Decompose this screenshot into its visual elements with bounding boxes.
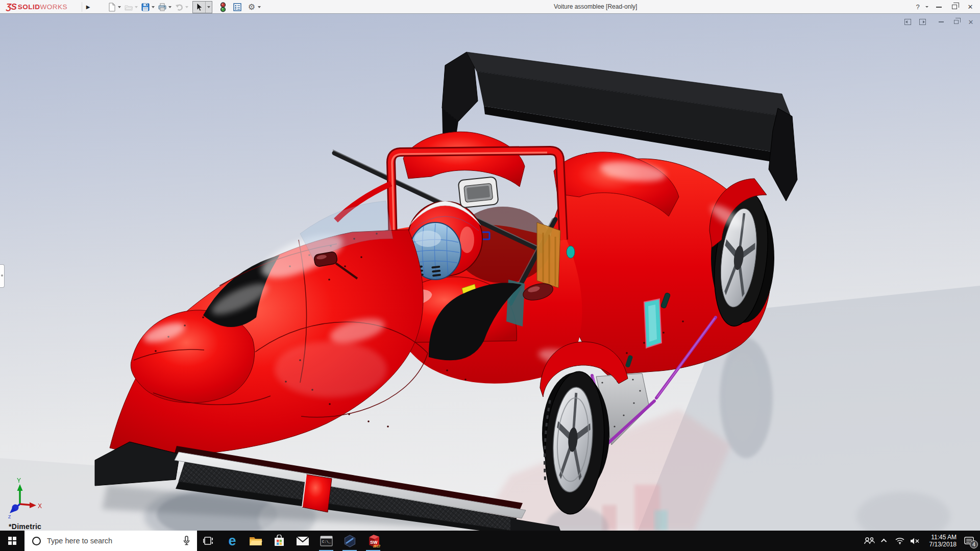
new-document-icon: [107, 3, 116, 12]
triad-z-label: Z: [8, 514, 11, 519]
show-hidden-icons-button[interactable]: [877, 531, 892, 551]
volume-muted-icon: [910, 537, 920, 545]
dassault-logo-mark: ƷS: [6, 2, 16, 12]
triad-y-label: Y: [17, 477, 21, 484]
gear-icon: ⚙: [248, 3, 255, 11]
doc-restore-button[interactable]: [952, 18, 960, 26]
volume-button[interactable]: [908, 531, 923, 551]
pane-right-icon: [919, 19, 926, 25]
doc-close-button[interactable]: ✕: [967, 18, 975, 26]
system-tray: 11:45 AM 7/13/2018 4: [862, 531, 980, 551]
restore-button[interactable]: [949, 2, 960, 13]
close-button[interactable]: ✕: [965, 2, 976, 13]
close-icon: ✕: [968, 3, 973, 11]
taskbar-clock[interactable]: 11:45 AM 7/13/2018: [923, 534, 958, 548]
select-tool-button[interactable]: [193, 2, 205, 13]
graphics-viewport[interactable]: Y X Z ✕ *Dimetric: [0, 14, 980, 531]
menu-expand-arrow[interactable]: ▶: [82, 2, 90, 12]
help-button[interactable]: ?: [912, 2, 923, 13]
start-button[interactable]: [0, 531, 24, 551]
store-icon: [273, 535, 285, 547]
save-dropdown-caret[interactable]: [152, 6, 155, 8]
windows-logo-icon: [8, 537, 17, 545]
people-icon: [864, 537, 875, 545]
minimize-icon: [936, 7, 942, 8]
save-icon: [141, 3, 150, 12]
select-dropdown[interactable]: [205, 2, 212, 13]
teal-detail: [567, 246, 575, 258]
options-dropdown-caret[interactable]: [258, 6, 261, 8]
hexagon-app-icon: [344, 535, 356, 547]
taskbar-app-command-prompt[interactable]: C:\_: [314, 531, 338, 551]
solidworks-logo: ƷS SOLID WORKS: [6, 0, 67, 14]
save-button[interactable]: [140, 1, 151, 13]
task-view-icon: [203, 536, 214, 545]
print-dropdown-caret[interactable]: [168, 6, 172, 8]
doc-restore-icon: [954, 20, 959, 24]
taskbar-app-hexagon[interactable]: [338, 531, 361, 551]
cortana-icon: [32, 537, 41, 545]
window-title: Voiture assomblee [Read-only]: [554, 0, 637, 14]
taskbar-app-file-explorer[interactable]: [244, 531, 267, 551]
taskbar-app-edge[interactable]: e: [220, 531, 244, 551]
undo-dropdown-caret[interactable]: [185, 6, 188, 8]
title-bar: ƷS SOLID WORKS ▶: [0, 0, 980, 14]
taskbar-search[interactable]: [24, 531, 197, 551]
pane-left-icon: [904, 19, 911, 25]
action-center-button[interactable]: 4: [958, 531, 980, 551]
stoplight-icon: [218, 2, 228, 12]
expand-right-pane-button[interactable]: [918, 18, 926, 26]
taskbar-app-store[interactable]: [267, 531, 291, 551]
stoplight-button[interactable]: [217, 1, 229, 13]
doc-minimize-icon: [939, 21, 944, 22]
new-dropdown-caret[interactable]: [118, 6, 121, 8]
svg-text:C:\_: C:\_: [322, 540, 331, 544]
task-view-button[interactable]: [197, 531, 220, 551]
new-document-button[interactable]: [106, 1, 117, 13]
taskbar-app-solidworks[interactable]: SW 2017: [361, 531, 385, 551]
mail-icon: [296, 536, 309, 546]
solidworks-2017-icon: SW 2017: [366, 534, 380, 548]
options-button[interactable]: ⚙: [246, 1, 257, 13]
select-cursor-icon: [194, 3, 204, 12]
people-button[interactable]: [862, 531, 877, 551]
select-tool-group: [192, 1, 212, 13]
svg-text:2017: 2017: [373, 544, 380, 547]
doc-minimize-button[interactable]: [937, 18, 945, 26]
file-properties-button[interactable]: [232, 1, 243, 13]
microphone-icon[interactable]: [183, 536, 190, 546]
restore-icon: [952, 5, 957, 9]
undo-button[interactable]: [174, 1, 185, 13]
search-input[interactable]: [41, 537, 183, 545]
clock-time: 11:45 AM: [923, 534, 957, 541]
quick-access-toolbar: ⚙: [106, 1, 263, 13]
document-window-controls: ✕: [903, 18, 975, 26]
help-icon: ?: [916, 3, 919, 11]
wifi-icon: [895, 537, 904, 544]
grille-center-pillar: [302, 474, 332, 512]
command-prompt-icon: C:\_: [320, 536, 333, 546]
file-properties-icon: [233, 3, 242, 12]
view-orientation-label: *Dimetric: [9, 522, 41, 531]
rearview-mirror-housing[interactable]: [458, 177, 498, 208]
print-icon: [158, 3, 167, 12]
undo-icon: [175, 3, 184, 12]
minimize-button[interactable]: [933, 2, 944, 13]
help-dropdown-caret[interactable]: [925, 6, 928, 8]
logo-text-works: WORKS: [40, 3, 68, 11]
open-folder-icon: [124, 3, 133, 12]
open-dropdown-caret[interactable]: [135, 6, 138, 8]
taskbar-app-mail[interactable]: [291, 531, 314, 551]
open-button[interactable]: [123, 1, 134, 13]
3d-model-scene[interactable]: Y X Z: [0, 14, 980, 531]
clock-date: 7/13/2018: [923, 541, 957, 548]
window-controls: ? ✕: [912, 0, 976, 14]
panel-handle-dot: [1, 274, 3, 277]
notification-badge: 4: [970, 540, 978, 548]
network-button[interactable]: [892, 531, 908, 551]
feature-manager-collapsed-tab[interactable]: [0, 264, 5, 288]
collapse-left-pane-button[interactable]: [903, 18, 912, 26]
chevron-up-icon: [881, 539, 887, 544]
logo-text-solid: SOLID: [18, 3, 40, 11]
print-button[interactable]: [157, 1, 168, 13]
